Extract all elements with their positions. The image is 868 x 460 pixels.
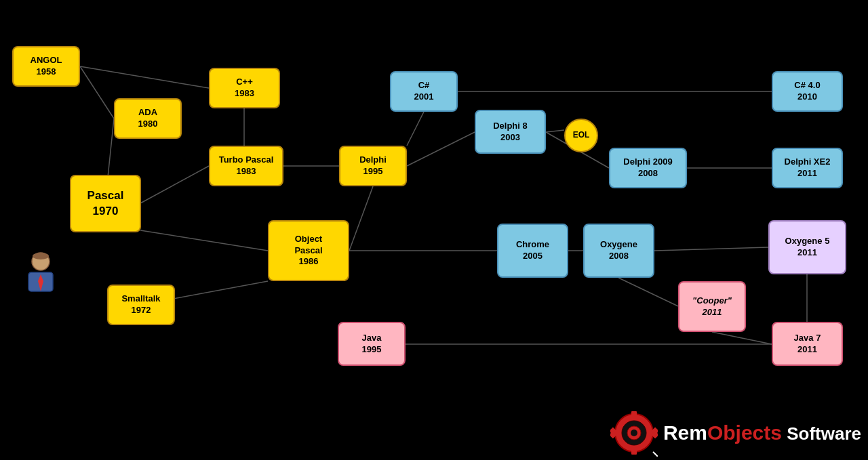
svg-rect-28 [631, 411, 637, 417]
svg-line-17 [618, 278, 678, 306]
svg-point-25 [33, 253, 49, 259]
remobjects-text: RemObjects Software [663, 421, 861, 444]
node-oxygene5: Oxygene 52011 [768, 220, 846, 274]
node-oxygene2008: Oxygene2008 [583, 224, 654, 278]
svg-line-11 [546, 130, 564, 132]
node-delphi1995: Delphi1995 [339, 146, 407, 186]
node-cpp: C++1983 [209, 68, 280, 108]
node-pascal: Pascal1970 [70, 175, 141, 232]
svg-line-7 [349, 186, 373, 251]
svg-line-4 [140, 230, 268, 251]
node-eol: EOL [564, 119, 598, 152]
svg-line-8 [407, 112, 424, 146]
node-java7: Java 72011 [772, 322, 843, 366]
node-delphixe2: Delphi XE22011 [772, 148, 843, 188]
svg-line-1 [80, 66, 209, 88]
node-cooper: "Cooper"2011 [678, 281, 746, 332]
node-delphi2009: Delphi 20092008 [609, 148, 687, 188]
legend-native: Native Platform [12, 425, 96, 446]
legend-net-runtime: .NET Runtime [236, 425, 313, 446]
node-angol: ANGOL1958 [12, 46, 80, 87]
svg-line-0 [80, 66, 114, 119]
node-csharp2001: C#2001 [390, 71, 458, 112]
person-icon [20, 251, 61, 298]
svg-line-21 [712, 332, 772, 344]
node-chrome2005: Chrome2005 [497, 224, 568, 278]
svg-point-37 [631, 430, 637, 436]
node-java1995: Java1995 [338, 322, 406, 366]
node-turbopascal: Turbo Pascal1983 [209, 146, 283, 186]
svg-line-9 [407, 132, 475, 166]
legend-java-runtime: Java Runtime [125, 425, 202, 446]
svg-rect-29 [631, 449, 637, 455]
remobjects-logo: RemObjects Software [610, 409, 861, 457]
node-objectpascal: ObjectPascal1986 [268, 220, 349, 281]
node-csharp2010: C# 4.02010 [772, 71, 843, 112]
svg-line-38 [653, 452, 658, 457]
node-ada: ADA1980 [114, 98, 182, 139]
svg-line-3 [140, 166, 209, 203]
svg-line-16 [654, 247, 768, 251]
node-smalltalk: Smalltalk1972 [107, 285, 175, 325]
legend-both: Both .NET & Java [331, 425, 423, 446]
node-delphi8: Delphi 82003 [475, 110, 546, 154]
